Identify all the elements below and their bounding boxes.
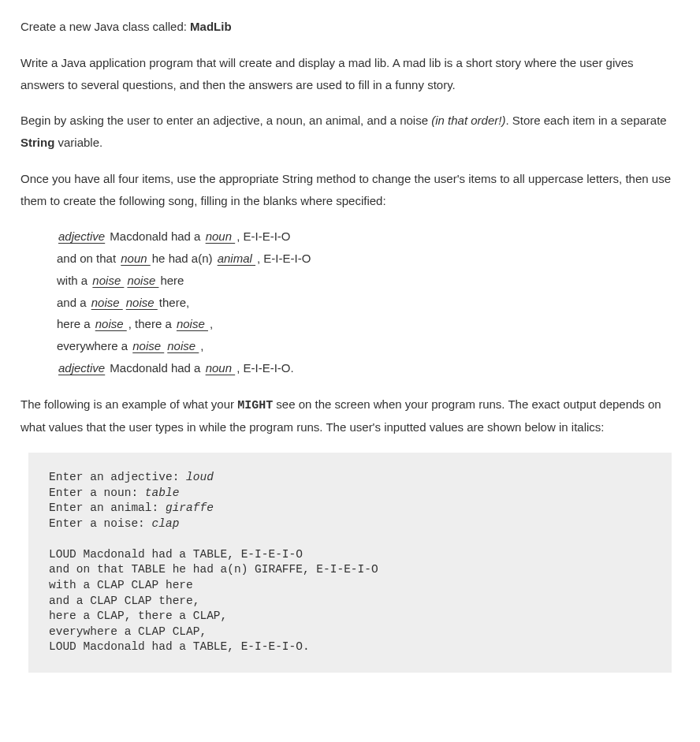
- output-line: with a CLAP CLAP here: [49, 579, 193, 591]
- song-line-5: here a noise , there a noise ,: [57, 313, 680, 335]
- output-line: LOUD Macdonald had a TABLE, E-I-E-I-O: [49, 548, 303, 561]
- blank-noise: noise: [125, 274, 160, 287]
- song-template: adjective Macdonald had a noun , E-I-E-I…: [57, 226, 680, 378]
- text: here: [160, 274, 184, 287]
- text: Create a new Java class called:: [20, 20, 190, 33]
- intro-p2: Write a Java application program that wi…: [20, 52, 680, 96]
- prompt-noun: Enter a noun:: [49, 487, 145, 499]
- text: . Store each item in a separate: [505, 114, 666, 127]
- output-line: LOUD Macdonald had a TABLE, E-I-E-I-O.: [49, 640, 310, 653]
- example-output: Enter an adjective: loud Enter a noun: t…: [28, 453, 672, 673]
- intro-p3: Begin by asking the user to enter an adj…: [20, 110, 680, 154]
- text: Macdonald had a: [106, 229, 203, 243]
- blank-noise: noise: [131, 339, 166, 352]
- text: , E-I-E-I-O.: [236, 361, 294, 375]
- text: , there a: [128, 317, 175, 330]
- text: here a: [57, 317, 94, 330]
- class-name: MadLib: [190, 20, 232, 33]
- output-line: everywhere a CLAP CLAP,: [49, 625, 207, 638]
- text: The following is an example of what your: [20, 397, 237, 411]
- blank-noise: noise: [90, 296, 125, 309]
- blank-adjective: adjective: [57, 229, 106, 243]
- text: there,: [159, 296, 189, 309]
- text: he had a(n): [152, 252, 216, 265]
- input-noun: table: [145, 487, 180, 499]
- blank-noise: noise: [166, 339, 200, 352]
- text: Begin by asking the user to enter an adj…: [20, 114, 431, 127]
- blank-noise: noise: [94, 317, 128, 330]
- blank-noise: noise: [175, 317, 210, 330]
- intro-p4: Once you have all four items, use the ap…: [20, 168, 680, 212]
- text: with a: [57, 274, 91, 287]
- output-line: and on that TABLE he had a(n) GIRAFFE, E…: [49, 563, 378, 576]
- text: ,: [210, 317, 213, 330]
- song-line-7: adjective Macdonald had a noun , E-I-E-I…: [57, 357, 680, 379]
- blank-noun: noun: [204, 229, 237, 243]
- text: variable.: [54, 136, 102, 149]
- blank-adjective: adjective: [57, 361, 106, 375]
- blank-noun: noun: [119, 252, 152, 265]
- song-line-1: adjective Macdonald had a noun , E-I-E-I…: [57, 226, 680, 248]
- blank-animal: animal: [216, 252, 257, 265]
- example-explain: The following is an example of what your…: [20, 393, 680, 439]
- song-line-6: everywhere a noise noise ,: [57, 335, 680, 357]
- song-line-2: and on that noun he had a(n) animal , E-…: [57, 248, 680, 270]
- input-noise: clap: [152, 517, 180, 530]
- text: Macdonald had a: [106, 361, 203, 375]
- song-line-3: with a noise noise here: [57, 270, 680, 292]
- blank-noise: noise: [91, 274, 125, 287]
- text: ,: [200, 339, 203, 352]
- text: and a: [57, 296, 90, 309]
- prompt-adjective: Enter an adjective:: [49, 471, 186, 483]
- prompt-noise: Enter a noise:: [49, 517, 152, 530]
- input-animal: giraffe: [166, 502, 214, 514]
- blank-noise: noise: [125, 296, 159, 309]
- text: everywhere a: [57, 339, 131, 352]
- intro-line1: Create a new Java class called: MadLib: [20, 16, 680, 38]
- might-word: MIGHT: [237, 399, 273, 412]
- text: , E-I-E-I-O: [236, 229, 290, 243]
- output-line: and a CLAP CLAP there,: [49, 595, 199, 607]
- prompt-animal: Enter an animal:: [49, 502, 166, 514]
- text: , E-I-E-I-O: [257, 252, 311, 265]
- string-type: String: [20, 136, 54, 149]
- output-line: here a CLAP, there a CLAP,: [49, 610, 227, 622]
- order-note: (in that order!): [431, 114, 505, 127]
- input-adjective: loud: [186, 471, 214, 483]
- blank-noun: noun: [204, 361, 237, 375]
- text: and on that: [57, 252, 119, 265]
- song-line-4: and a noise noise there,: [57, 292, 680, 314]
